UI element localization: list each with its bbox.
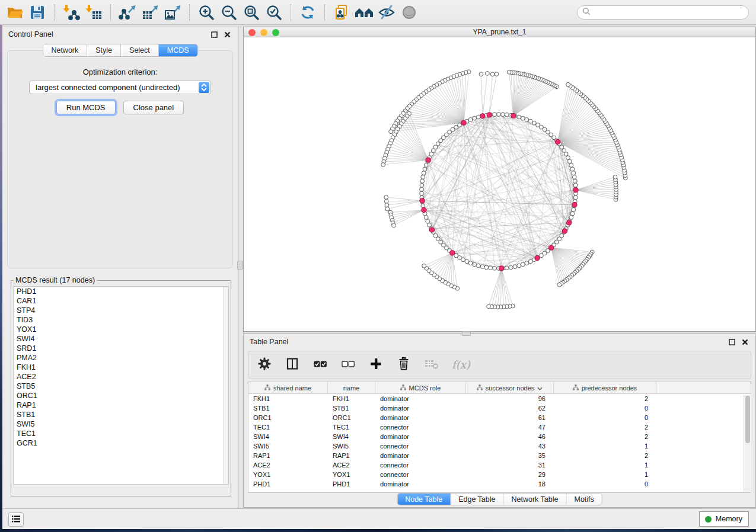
import-network-button[interactable] — [60, 2, 82, 23]
mcds-result-item[interactable]: CAR1 — [14, 296, 228, 306]
search-input[interactable] — [591, 8, 744, 17]
network-node[interactable] — [385, 203, 389, 207]
network-node[interactable] — [573, 183, 578, 187]
table-row[interactable]: YOX1YOX1connector291 — [248, 470, 751, 479]
mcds-result-item[interactable]: GCR1 — [14, 438, 228, 448]
network-node[interactable] — [384, 199, 388, 203]
column-header-name[interactable]: name — [328, 382, 375, 393]
table-scrollbar-thumb[interactable] — [745, 396, 750, 443]
network-node[interactable] — [476, 115, 480, 119]
network-node[interactable] — [521, 262, 525, 267]
network-node[interactable] — [573, 179, 577, 183]
maximize-window-icon[interactable] — [272, 29, 279, 36]
column-header-successor-nodes[interactable]: successor nodes — [466, 382, 554, 393]
zoom-out-button[interactable] — [218, 2, 240, 23]
mcds-node[interactable] — [567, 220, 572, 225]
network-node[interactable] — [525, 261, 529, 265]
zoom-fit-button[interactable] — [240, 2, 263, 23]
table-settings-button[interactable] — [257, 357, 272, 373]
mcds-node[interactable] — [420, 198, 425, 203]
vertical-splitter-grip[interactable] — [237, 261, 243, 270]
column-header-predecessor-nodes[interactable]: predecessor nodes — [554, 382, 656, 393]
network-node[interactable] — [505, 113, 509, 117]
clone-network-button[interactable] — [330, 2, 353, 23]
network-window-titlebar[interactable]: YPA_prune.txt_1 — [244, 27, 755, 37]
mcds-result-item[interactable]: STB5 — [14, 382, 228, 391]
network-node[interactable] — [424, 216, 428, 220]
float-panel-icon[interactable] — [209, 30, 219, 39]
network-node[interactable] — [521, 116, 525, 120]
network-node[interactable] — [495, 72, 499, 76]
network-node[interactable] — [509, 265, 513, 270]
network-node[interactable] — [473, 116, 477, 120]
network-node[interactable] — [420, 179, 425, 183]
mcds-node[interactable] — [480, 114, 485, 118]
network-node[interactable] — [566, 156, 570, 160]
network-canvas[interactable] — [244, 37, 755, 331]
network-node[interactable] — [573, 196, 578, 200]
network-node[interactable] — [476, 264, 480, 268]
close-panel-icon[interactable] — [222, 30, 232, 39]
mcds-node[interactable] — [487, 113, 492, 117]
mcds-node[interactable] — [429, 227, 434, 232]
network-node[interactable] — [487, 305, 491, 309]
mcds-result-item[interactable]: ORC1 — [14, 391, 228, 400]
network-node[interactable] — [613, 175, 617, 179]
network-node[interactable] — [493, 113, 497, 117]
import-table-button[interactable] — [82, 2, 105, 23]
mcds-result-item[interactable]: TEC1 — [14, 429, 228, 438]
save-session-button[interactable] — [26, 2, 49, 23]
table-row[interactable]: FKH1FKH1dominator962 — [248, 394, 751, 403]
export-table-button[interactable] — [139, 2, 161, 23]
network-node[interactable] — [528, 259, 532, 264]
mcds-result-item[interactable]: SWI5 — [14, 419, 228, 429]
network-node[interactable] — [420, 191, 424, 196]
zoom-selected-button[interactable] — [263, 2, 285, 23]
mcds-result-item[interactable]: SRD1 — [14, 344, 228, 353]
horizontal-splitter-grip[interactable] — [462, 331, 471, 336]
tab-network-table[interactable]: Network Table — [504, 493, 567, 505]
column-header-shared-name[interactable]: shared name — [248, 382, 328, 393]
mcds-node[interactable] — [549, 245, 554, 250]
network-node[interactable] — [480, 265, 484, 269]
mcds-result-item[interactable]: YOX1 — [14, 325, 228, 334]
mcds-result-item[interactable]: STB1 — [14, 410, 228, 419]
network-node[interactable] — [385, 207, 390, 211]
network-node[interactable] — [493, 266, 497, 270]
network-node[interactable] — [497, 113, 501, 117]
mcds-node[interactable] — [499, 266, 503, 271]
network-node[interactable] — [465, 259, 469, 264]
show-all-button[interactable] — [398, 2, 420, 23]
network-node[interactable] — [392, 223, 396, 227]
network-node[interactable] — [570, 211, 575, 216]
network-node[interactable] — [424, 163, 428, 167]
table-row[interactable]: TEC1TEC1connector472 — [248, 422, 751, 432]
network-node[interactable] — [569, 163, 573, 167]
network-node[interactable] — [468, 261, 473, 265]
close-window-icon[interactable] — [248, 29, 256, 36]
network-node[interactable] — [384, 196, 388, 200]
hide-selected-button[interactable] — [375, 2, 398, 23]
table-row[interactable]: SWI5SWI5connector431 — [248, 441, 751, 451]
network-node[interactable] — [484, 265, 489, 270]
mcds-node[interactable] — [422, 207, 426, 212]
zoom-in-button[interactable] — [195, 2, 218, 23]
mcds-node[interactable] — [573, 188, 578, 193]
network-node[interactable] — [501, 113, 505, 117]
network-node[interactable] — [422, 171, 426, 175]
mcds-node[interactable] — [450, 251, 455, 255]
tab-select[interactable]: Select — [121, 44, 159, 56]
search-network-button[interactable] — [353, 2, 375, 23]
table-row[interactable]: ORC1ORC1dominator610 — [248, 413, 751, 422]
mcds-result-item[interactable]: FKH1 — [14, 363, 228, 372]
mcds-list-scrollbar[interactable] — [223, 287, 228, 484]
network-node[interactable] — [421, 204, 425, 208]
memory-button[interactable]: Memory — [699, 511, 749, 527]
close-panel-icon[interactable] — [740, 337, 749, 347]
table-row[interactable]: RAP1RAP1dominator352 — [248, 451, 751, 460]
export-network-button[interactable] — [116, 2, 139, 23]
network-node[interactable] — [423, 167, 427, 171]
network-node[interactable] — [426, 219, 430, 223]
mcds-node[interactable] — [511, 113, 516, 118]
mcds-node[interactable] — [426, 158, 430, 162]
